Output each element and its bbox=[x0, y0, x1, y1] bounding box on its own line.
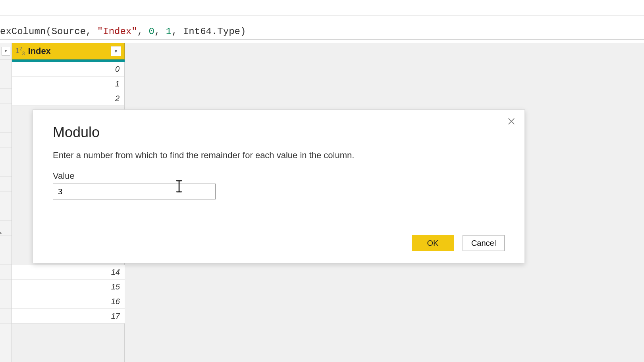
number-type-icon: 123 bbox=[15, 46, 25, 56]
row-gutter bbox=[0, 147, 12, 162]
row-gutter bbox=[0, 103, 12, 118]
data-cell[interactable]: 16 bbox=[12, 294, 125, 309]
dialog-button-row: OK Cancel bbox=[412, 235, 505, 251]
row-gutter bbox=[0, 118, 12, 133]
data-cells-below: 14 15 16 17 bbox=[12, 265, 125, 324]
table-options-dropdown[interactable]: ▾ bbox=[2, 47, 10, 56]
cancel-button[interactable]: Cancel bbox=[463, 235, 505, 251]
row-gutter bbox=[0, 236, 12, 250]
row-gutter bbox=[0, 250, 12, 265]
formula-bar[interactable]: exColumn(Source, "Index", 0, 1, Int64.Ty… bbox=[0, 23, 644, 40]
value-input-wrap bbox=[53, 184, 216, 199]
row-gutter bbox=[0, 265, 12, 280]
modulo-dialog: Modulo Enter a number from which to find… bbox=[33, 109, 525, 263]
data-cell[interactable]: 0 bbox=[12, 62, 124, 77]
value-input[interactable] bbox=[53, 184, 216, 199]
close-icon bbox=[507, 117, 516, 126]
data-cell[interactable]: 17 bbox=[12, 309, 125, 324]
row-header-corner[interactable]: ▾ bbox=[0, 43, 12, 59]
column-name: Index bbox=[28, 46, 111, 56]
data-cell[interactable]: 1 bbox=[12, 77, 124, 91]
row-arrow-icon: > bbox=[0, 229, 2, 237]
row-gutter bbox=[0, 59, 12, 74]
formula-text: exColumn(Source, "Index", 0, 1, Int64.Ty… bbox=[0, 26, 246, 37]
value-label: Value bbox=[53, 171, 505, 181]
dialog-description: Enter a number from which to find the re… bbox=[53, 150, 505, 161]
close-button[interactable] bbox=[505, 115, 517, 127]
data-cell[interactable]: 2 bbox=[12, 91, 124, 106]
data-cell[interactable]: 15 bbox=[12, 280, 125, 294]
row-gutter bbox=[0, 309, 12, 324]
row-gutter bbox=[0, 324, 12, 338]
data-cell[interactable]: 14 bbox=[12, 265, 125, 280]
row-gutter bbox=[0, 177, 12, 192]
ok-button[interactable]: OK bbox=[412, 235, 454, 251]
column-header-index[interactable]: 123 Index ▾ bbox=[12, 43, 125, 59]
dialog-title: Modulo bbox=[53, 124, 505, 141]
row-gutter bbox=[0, 74, 12, 89]
column-filter-dropdown[interactable]: ▾ bbox=[111, 46, 121, 56]
row-number-column: ▾ bbox=[0, 43, 12, 362]
row-gutter bbox=[0, 192, 12, 206]
window-top-border bbox=[0, 0, 644, 16]
row-gutter bbox=[0, 206, 12, 221]
row-gutter bbox=[0, 133, 12, 147]
row-gutter bbox=[0, 280, 12, 294]
row-gutter bbox=[0, 294, 12, 309]
row-gutter bbox=[0, 162, 12, 177]
row-gutter bbox=[0, 89, 12, 103]
